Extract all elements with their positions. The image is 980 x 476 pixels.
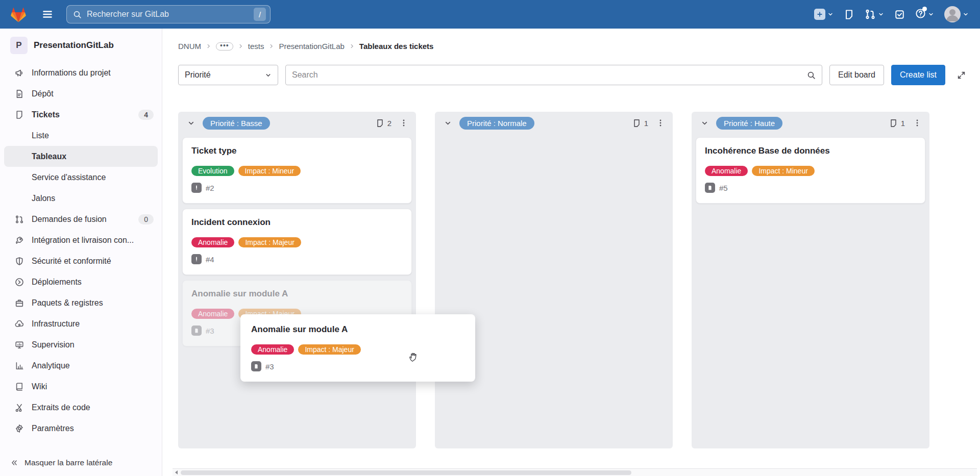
label-pill[interactable]: Evolution: [191, 166, 234, 176]
issue-type-icon: [251, 361, 261, 371]
list-actions-kebab-icon[interactable]: [397, 116, 411, 130]
user-menu-button[interactable]: [942, 4, 971, 24]
chevron-right-icon: [238, 43, 243, 49]
chevron-down-icon: [878, 11, 884, 17]
global-search[interactable]: /: [66, 5, 271, 23]
new-menu-button[interactable]: [812, 7, 836, 22]
gitlab-logo[interactable]: [9, 5, 29, 23]
label-pill[interactable]: Impact : Majeur: [238, 237, 301, 247]
todo-list-button[interactable]: [892, 7, 907, 22]
board-horizontal-scrollbar[interactable]: [173, 468, 977, 476]
sidebar-item-deployments[interactable]: Déploiements: [0, 271, 162, 292]
issues-shortcut-button[interactable]: [842, 7, 856, 22]
snippet-icon: [14, 403, 24, 413]
double-chevron-left-icon: [10, 459, 18, 467]
document-icon: [14, 89, 24, 99]
collapse-list-chevron-icon[interactable]: [698, 116, 711, 130]
breadcrumb-ellipsis-button[interactable]: •••: [216, 42, 233, 51]
list-header: Priorité : Normale 1: [435, 112, 673, 134]
issues-count-badge: 4: [138, 110, 154, 120]
bullhorn-icon: [14, 68, 24, 78]
label-pill[interactable]: Anomalie: [705, 166, 748, 176]
breadcrumb-link-project[interactable]: PresentationGitLab: [279, 42, 344, 51]
chart-icon: [14, 361, 24, 371]
breadcrumb-link-subgroup[interactable]: tests: [248, 42, 264, 51]
issue-card[interactable]: Ticket type Evolution Impact : Mineur #2: [182, 137, 412, 204]
board-search-input[interactable]: [292, 70, 807, 80]
todo-icon: [894, 9, 905, 20]
collapse-list-chevron-icon[interactable]: [441, 116, 454, 130]
list-actions-kebab-icon[interactable]: [653, 116, 668, 130]
list-label-pill: Priorité : Basse: [203, 117, 270, 130]
list-actions-kebab-icon[interactable]: [910, 116, 924, 130]
sidebar-item-analytics[interactable]: Analytique: [0, 355, 162, 376]
issue-title[interactable]: Ticket type: [191, 145, 403, 156]
label-pill[interactable]: Anomalie: [191, 237, 234, 247]
list-header: Priorité : Haute 1: [692, 112, 929, 134]
label-pill[interactable]: Impact : Mineur: [752, 166, 814, 176]
project-avatar: P: [10, 37, 28, 54]
list-label-pill: Priorité : Normale: [459, 117, 534, 130]
list-cards: Incohérence Base de données Anomalie Imp…: [692, 134, 929, 448]
incident-type-icon: [191, 183, 202, 193]
issue-reference: #4: [206, 255, 214, 264]
issues-icon: [376, 119, 384, 128]
label-pill[interactable]: Impact : Mineur: [238, 166, 301, 176]
collapse-sidebar-button[interactable]: Masquer la barre latérale: [0, 449, 162, 476]
project-header[interactable]: P PresentationGitLab: [0, 29, 162, 60]
sidebar-item-infrastructure[interactable]: Infrastructure: [0, 313, 162, 334]
merge-icon: [14, 214, 24, 224]
issue-reference: #5: [719, 184, 728, 192]
sidebar-item-issues-boards[interactable]: Tableaux: [4, 146, 158, 167]
board-toolbar: Priorité Edit board Create list: [162, 51, 980, 85]
scroll-left-arrow-icon[interactable]: [173, 470, 181, 474]
collapse-list-chevron-icon[interactable]: [184, 116, 198, 130]
board-filter-search[interactable]: [285, 65, 822, 85]
issue-reference: #3: [265, 362, 274, 371]
sidebar-item-project-information[interactable]: Informations du projet: [0, 62, 162, 83]
incident-type-icon: [191, 254, 202, 264]
sidebar-item-service-desk[interactable]: Service d'assistance: [0, 167, 162, 188]
issue-type-icon: [705, 183, 715, 193]
scrollbar-thumb[interactable]: [181, 470, 631, 475]
priority-filter-dropdown[interactable]: Priorité: [178, 65, 278, 85]
plus-icon: [814, 9, 825, 20]
issue-reference: #3: [206, 327, 214, 335]
sidebar-item-monitor[interactable]: Supervision: [0, 334, 162, 355]
avatar: [944, 6, 961, 22]
search-icon[interactable]: [807, 71, 816, 80]
sidebar-item-repository[interactable]: Dépôt: [0, 83, 162, 104]
sidebar-item-wiki[interactable]: Wiki: [0, 376, 162, 397]
gear-icon: [14, 423, 24, 434]
fullscreen-icon[interactable]: [952, 66, 970, 84]
issue-board: Priorité : Basse 2 Ticket type Evolution…: [162, 112, 980, 448]
sidebar-item-issues[interactable]: Tickets 4: [0, 104, 162, 125]
issue-card[interactable]: Incohérence Base de données Anomalie Imp…: [696, 137, 925, 204]
sidebar-item-milestones[interactable]: Jalons: [0, 188, 162, 209]
hamburger-menu-icon[interactable]: [40, 7, 55, 22]
board-list-priority-normale: Priorité : Normale 1: [435, 112, 673, 448]
sidebar-item-packages[interactable]: Paquets & registres: [0, 292, 162, 313]
issue-title[interactable]: Incohérence Base de données: [705, 145, 916, 156]
issue-title[interactable]: Incident connexion: [191, 217, 403, 228]
sidebar-item-security[interactable]: Sécurité et conformité: [0, 250, 162, 271]
deploy-icon: [14, 277, 24, 287]
issue-card[interactable]: Incident connexion Anomalie Impact : Maj…: [182, 209, 412, 275]
edit-board-button[interactable]: Edit board: [829, 65, 884, 85]
sidebar-item-snippets[interactable]: Extraits de code: [0, 397, 162, 418]
global-search-input[interactable]: [87, 10, 249, 19]
dragged-issue-card[interactable]: Anomalie sur module A Anomalie Impact : …: [240, 314, 475, 382]
sidebar-item-settings[interactable]: Paramètres: [0, 418, 162, 439]
chevron-right-icon: [349, 43, 355, 49]
create-list-button[interactable]: Create list: [891, 65, 945, 85]
sidebar-item-ci-cd[interactable]: Intégration et livraison con...: [0, 230, 162, 250]
slash-shortcut-key: /: [254, 8, 266, 21]
merge-requests-button[interactable]: [863, 7, 886, 22]
label-pill: Impact : Majeur: [298, 344, 360, 355]
sidebar-item-issues-list[interactable]: Liste: [0, 125, 162, 146]
issue-type-icon: [191, 325, 202, 336]
sidebar-item-merge-requests[interactable]: Demandes de fusion 0: [0, 209, 162, 230]
list-issue-count: 1: [632, 119, 648, 128]
help-menu-button[interactable]: [913, 6, 936, 23]
breadcrumb-link-group[interactable]: DNUM: [178, 42, 201, 51]
